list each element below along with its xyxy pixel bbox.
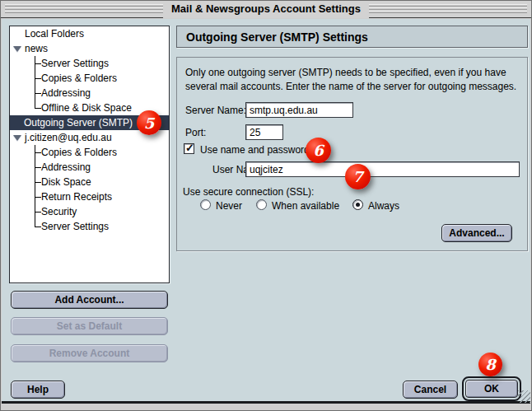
tree-item-acct-security[interactable]: Security	[10, 204, 169, 219]
ssl-always-label: Always	[368, 200, 399, 212]
account-tree: Local Folders news Server Settings Copie…	[9, 26, 170, 283]
help-button[interactable]: Help	[11, 381, 65, 399]
account-settings-dialog: Mail & Newsgroups Account Settings Local…	[0, 0, 532, 411]
set-as-default-button: Set as Default	[11, 317, 168, 335]
tree-item-news-addressing[interactable]: Addressing	[10, 86, 169, 100]
tree-item-local-folders[interactable]: Local Folders	[10, 26, 169, 41]
window-title: Mail & Newsgroups Account Settings	[163, 1, 369, 18]
tree-item-news[interactable]: news	[10, 41, 169, 56]
twisty-down-icon[interactable]	[13, 135, 21, 141]
server-name-input[interactable]	[245, 102, 353, 118]
tree-item-acct-server-settings[interactable]: Server Settings	[10, 219, 169, 234]
server-name-label: Server Name:	[185, 105, 246, 116]
use-name-password-checkbox[interactable]	[184, 143, 194, 154]
panel-description: Only one outgoing server (SMTP) needs to…	[185, 66, 518, 95]
step-badge-7: 7	[345, 164, 371, 189]
tree-item-news-copies-folders[interactable]: Copies & Folders	[10, 71, 169, 86]
ssl-when-available-radio[interactable]	[256, 199, 267, 210]
use-name-password-label: Use name and password	[200, 144, 310, 156]
tree-item-acct-return-receipts[interactable]: Return Receipts	[10, 189, 169, 204]
user-name-input[interactable]	[245, 161, 520, 177]
tree-item-acct-copies-folders[interactable]: Copies & Folders	[10, 145, 169, 160]
ssl-always-radio[interactable]	[352, 199, 363, 210]
remove-account-button: Remove Account	[11, 344, 168, 362]
port-label: Port:	[185, 127, 206, 138]
tree-item-acct-disk-space[interactable]: Disk Space	[10, 175, 169, 189]
step-badge-5: 5	[137, 110, 161, 135]
port-input[interactable]	[245, 124, 283, 140]
ok-default-ring: OK	[462, 376, 521, 401]
tree-item-acct-addressing[interactable]: Addressing	[10, 160, 169, 175]
title-bar[interactable]: Mail & Newsgroups Account Settings	[1, 1, 531, 18]
step-badge-6: 6	[306, 138, 331, 163]
ssl-never-label: Never	[216, 200, 242, 212]
ssl-when-available-label: When available	[272, 200, 339, 212]
add-account-button[interactable]: Add Account...	[11, 291, 168, 309]
cancel-button[interactable]: Cancel	[403, 381, 458, 399]
twisty-down-icon[interactable]	[13, 46, 21, 52]
advanced-button[interactable]: Advanced...	[441, 224, 512, 242]
step-badge-8: 8	[478, 353, 502, 376]
resize-grip[interactable]	[518, 390, 530, 403]
dialog-content: Local Folders news Server Settings Copie…	[2, 19, 530, 404]
ssl-never-radio[interactable]	[200, 199, 211, 210]
ok-button[interactable]: OK	[465, 380, 518, 398]
tree-item-news-server-settings[interactable]: Server Settings	[10, 56, 169, 71]
panel-title: Outgoing Server (SMTP) Settings	[176, 26, 528, 48]
ssl-label: Use secure connection (SSL):	[183, 186, 314, 198]
